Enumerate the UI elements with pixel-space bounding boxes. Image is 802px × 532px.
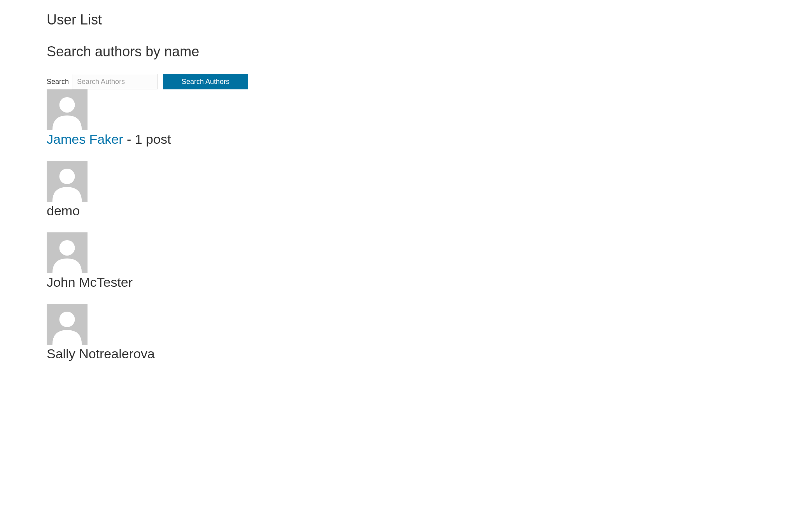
page-title: User List: [47, 12, 802, 28]
user-list: James Faker - 1 post demo John McTester …: [47, 89, 802, 361]
search-label: Search: [47, 78, 69, 86]
user-name-row: John McTester: [47, 275, 802, 290]
svg-point-7: [60, 312, 75, 327]
avatar-icon: [47, 232, 88, 273]
user-name-row: Sally Notrealerova: [47, 346, 802, 361]
user-name: Sally Notrealerova: [47, 346, 155, 361]
user-name-row: demo: [47, 203, 802, 218]
svg-point-5: [60, 240, 75, 256]
list-item: Sally Notrealerova: [47, 304, 802, 361]
search-form: Search Search Authors: [47, 74, 802, 89]
svg-point-1: [60, 97, 75, 113]
avatar-icon: [47, 304, 88, 345]
list-item: James Faker - 1 post: [47, 89, 802, 147]
section-heading: Search authors by name: [47, 44, 802, 60]
list-item: demo: [47, 161, 802, 218]
list-item: John McTester: [47, 232, 802, 290]
user-name: John McTester: [47, 275, 133, 290]
avatar-icon: [47, 89, 88, 130]
avatar-icon: [47, 161, 88, 202]
search-authors-button[interactable]: Search Authors: [163, 74, 248, 89]
user-name: demo: [47, 203, 80, 218]
user-name-row: James Faker - 1 post: [47, 132, 802, 147]
search-input[interactable]: [72, 74, 158, 89]
user-link[interactable]: James Faker: [47, 132, 123, 147]
post-count: - 1 post: [123, 132, 171, 147]
svg-point-3: [60, 169, 75, 184]
